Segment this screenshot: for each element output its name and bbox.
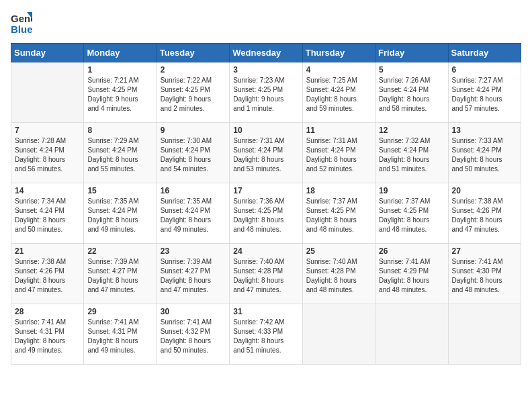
day-number: 5 bbox=[379, 65, 444, 75]
calendar-cell: 15Sunrise: 7:35 AM Sunset: 4:24 PM Dayli… bbox=[84, 183, 157, 244]
day-number: 17 bbox=[233, 186, 298, 195]
day-info: Sunrise: 7:41 AM Sunset: 4:31 PM Dayligh… bbox=[15, 318, 80, 355]
day-number: 23 bbox=[161, 246, 226, 256]
calendar-week-row: 14Sunrise: 7:34 AM Sunset: 4:24 PM Dayli… bbox=[11, 183, 521, 244]
day-header-tuesday: Tuesday bbox=[157, 44, 229, 62]
day-info: Sunrise: 7:32 AM Sunset: 4:24 PM Dayligh… bbox=[379, 136, 444, 174]
day-number: 25 bbox=[306, 246, 371, 256]
day-number: 18 bbox=[306, 186, 371, 195]
day-info: Sunrise: 7:41 AM Sunset: 4:29 PM Dayligh… bbox=[379, 257, 444, 295]
day-info: Sunrise: 7:29 AM Sunset: 4:24 PM Dayligh… bbox=[87, 136, 152, 174]
calendar-cell: 31Sunrise: 7:42 AM Sunset: 4:33 PM Dayli… bbox=[230, 304, 302, 365]
day-info: Sunrise: 7:37 AM Sunset: 4:25 PM Dayligh… bbox=[306, 197, 371, 234]
day-info: Sunrise: 7:38 AM Sunset: 4:26 PM Dayligh… bbox=[452, 197, 517, 234]
day-info: Sunrise: 7:25 AM Sunset: 4:24 PM Dayligh… bbox=[306, 76, 371, 113]
calendar-cell: 1Sunrise: 7:21 AM Sunset: 4:25 PM Daylig… bbox=[84, 62, 157, 123]
calendar-cell: 2Sunrise: 7:22 AM Sunset: 4:25 PM Daylig… bbox=[157, 62, 229, 123]
day-info: Sunrise: 7:23 AM Sunset: 4:25 PM Dayligh… bbox=[233, 76, 298, 113]
day-info: Sunrise: 7:36 AM Sunset: 4:25 PM Dayligh… bbox=[233, 197, 298, 234]
day-number: 20 bbox=[452, 186, 517, 195]
day-header-thursday: Thursday bbox=[302, 44, 375, 62]
day-info: Sunrise: 7:26 AM Sunset: 4:24 PM Dayligh… bbox=[379, 76, 444, 113]
day-number: 12 bbox=[379, 126, 444, 135]
day-info: Sunrise: 7:41 AM Sunset: 4:31 PM Dayligh… bbox=[87, 318, 152, 355]
calendar-cell: 13Sunrise: 7:33 AM Sunset: 4:24 PM Dayli… bbox=[448, 123, 521, 183]
day-number: 19 bbox=[379, 186, 444, 195]
day-number: 22 bbox=[87, 246, 152, 256]
day-info: Sunrise: 7:37 AM Sunset: 4:25 PM Dayligh… bbox=[379, 197, 444, 234]
calendar-cell: 5Sunrise: 7:26 AM Sunset: 4:24 PM Daylig… bbox=[375, 62, 448, 123]
day-info: Sunrise: 7:40 AM Sunset: 4:28 PM Dayligh… bbox=[233, 257, 298, 295]
day-number: 15 bbox=[87, 186, 152, 195]
day-number: 28 bbox=[15, 307, 80, 316]
day-number: 2 bbox=[161, 65, 226, 75]
calendar-cell: 30Sunrise: 7:41 AM Sunset: 4:32 PM Dayli… bbox=[157, 304, 229, 365]
day-number: 24 bbox=[233, 246, 298, 256]
day-info: Sunrise: 7:28 AM Sunset: 4:24 PM Dayligh… bbox=[15, 136, 80, 174]
day-info: Sunrise: 7:39 AM Sunset: 4:27 PM Dayligh… bbox=[161, 257, 226, 295]
calendar-cell bbox=[11, 62, 84, 123]
calendar-week-row: 28Sunrise: 7:41 AM Sunset: 4:31 PM Dayli… bbox=[11, 304, 521, 365]
day-number: 3 bbox=[233, 65, 298, 75]
calendar-cell: 4Sunrise: 7:25 AM Sunset: 4:24 PM Daylig… bbox=[302, 62, 375, 123]
day-info: Sunrise: 7:41 AM Sunset: 4:32 PM Dayligh… bbox=[161, 318, 226, 355]
calendar-cell: 22Sunrise: 7:39 AM Sunset: 4:27 PM Dayli… bbox=[84, 244, 157, 304]
day-number: 1 bbox=[87, 65, 152, 75]
day-number: 13 bbox=[452, 126, 517, 135]
calendar-cell bbox=[375, 304, 448, 365]
day-info: Sunrise: 7:38 AM Sunset: 4:26 PM Dayligh… bbox=[15, 257, 80, 295]
day-info: Sunrise: 7:22 AM Sunset: 4:25 PM Dayligh… bbox=[161, 76, 226, 113]
calendar-cell: 11Sunrise: 7:31 AM Sunset: 4:24 PM Dayli… bbox=[302, 123, 375, 183]
calendar-cell: 10Sunrise: 7:31 AM Sunset: 4:24 PM Dayli… bbox=[230, 123, 302, 183]
day-info: Sunrise: 7:34 AM Sunset: 4:24 PM Dayligh… bbox=[15, 197, 80, 234]
day-number: 26 bbox=[379, 246, 444, 256]
day-number: 27 bbox=[452, 246, 517, 256]
svg-text:Blue: Blue bbox=[11, 24, 32, 35]
day-info: Sunrise: 7:27 AM Sunset: 4:24 PM Dayligh… bbox=[452, 76, 517, 113]
calendar-cell: 19Sunrise: 7:37 AM Sunset: 4:25 PM Dayli… bbox=[375, 183, 448, 244]
day-number: 30 bbox=[161, 307, 226, 316]
calendar-cell: 29Sunrise: 7:41 AM Sunset: 4:31 PM Dayli… bbox=[84, 304, 157, 365]
calendar-cell: 7Sunrise: 7:28 AM Sunset: 4:24 PM Daylig… bbox=[11, 123, 84, 183]
calendar-week-row: 21Sunrise: 7:38 AM Sunset: 4:26 PM Dayli… bbox=[11, 244, 521, 304]
calendar-cell: 26Sunrise: 7:41 AM Sunset: 4:29 PM Dayli… bbox=[375, 244, 448, 304]
calendar-cell bbox=[302, 304, 375, 365]
day-number: 10 bbox=[233, 126, 298, 135]
calendar-cell: 16Sunrise: 7:35 AM Sunset: 4:24 PM Dayli… bbox=[157, 183, 229, 244]
day-number: 8 bbox=[87, 126, 152, 135]
day-info: Sunrise: 7:35 AM Sunset: 4:24 PM Dayligh… bbox=[161, 197, 226, 234]
day-header-friday: Friday bbox=[375, 44, 448, 62]
day-info: Sunrise: 7:30 AM Sunset: 4:24 PM Dayligh… bbox=[161, 136, 226, 174]
day-info: Sunrise: 7:39 AM Sunset: 4:27 PM Dayligh… bbox=[87, 257, 152, 295]
day-number: 16 bbox=[161, 186, 226, 195]
calendar-cell: 24Sunrise: 7:40 AM Sunset: 4:28 PM Dayli… bbox=[230, 244, 302, 304]
calendar-cell: 9Sunrise: 7:30 AM Sunset: 4:24 PM Daylig… bbox=[157, 123, 229, 183]
calendar-cell: 12Sunrise: 7:32 AM Sunset: 4:24 PM Dayli… bbox=[375, 123, 448, 183]
day-number: 31 bbox=[233, 307, 298, 316]
day-number: 9 bbox=[161, 126, 226, 135]
day-header-sunday: Sunday bbox=[11, 44, 84, 62]
logo-graphic: General Blue bbox=[11, 11, 32, 35]
day-info: Sunrise: 7:31 AM Sunset: 4:24 PM Dayligh… bbox=[306, 136, 371, 174]
day-header-wednesday: Wednesday bbox=[230, 44, 302, 62]
logo: General Blue bbox=[11, 11, 32, 35]
day-number: 11 bbox=[306, 126, 371, 135]
day-info: Sunrise: 7:31 AM Sunset: 4:24 PM Dayligh… bbox=[233, 136, 298, 174]
calendar-cell: 14Sunrise: 7:34 AM Sunset: 4:24 PM Dayli… bbox=[11, 183, 84, 244]
calendar-cell: 3Sunrise: 7:23 AM Sunset: 4:25 PM Daylig… bbox=[230, 62, 302, 123]
calendar-table: SundayMondayTuesdayWednesdayThursdayFrid… bbox=[11, 43, 521, 365]
day-number: 21 bbox=[15, 246, 80, 256]
calendar-cell: 23Sunrise: 7:39 AM Sunset: 4:27 PM Dayli… bbox=[157, 244, 229, 304]
calendar-cell: 18Sunrise: 7:37 AM Sunset: 4:25 PM Dayli… bbox=[302, 183, 375, 244]
calendar-week-row: 1Sunrise: 7:21 AM Sunset: 4:25 PM Daylig… bbox=[11, 62, 521, 123]
day-number: 14 bbox=[15, 186, 80, 195]
day-info: Sunrise: 7:35 AM Sunset: 4:24 PM Dayligh… bbox=[87, 197, 152, 234]
day-header-saturday: Saturday bbox=[448, 44, 521, 62]
calendar-week-row: 7Sunrise: 7:28 AM Sunset: 4:24 PM Daylig… bbox=[11, 123, 521, 183]
calendar-cell: 6Sunrise: 7:27 AM Sunset: 4:24 PM Daylig… bbox=[448, 62, 521, 123]
calendar-cell bbox=[448, 304, 521, 365]
day-info: Sunrise: 7:40 AM Sunset: 4:28 PM Dayligh… bbox=[306, 257, 371, 295]
day-number: 7 bbox=[15, 126, 80, 135]
calendar-cell: 17Sunrise: 7:36 AM Sunset: 4:25 PM Dayli… bbox=[230, 183, 302, 244]
calendar-cell: 21Sunrise: 7:38 AM Sunset: 4:26 PM Dayli… bbox=[11, 244, 84, 304]
